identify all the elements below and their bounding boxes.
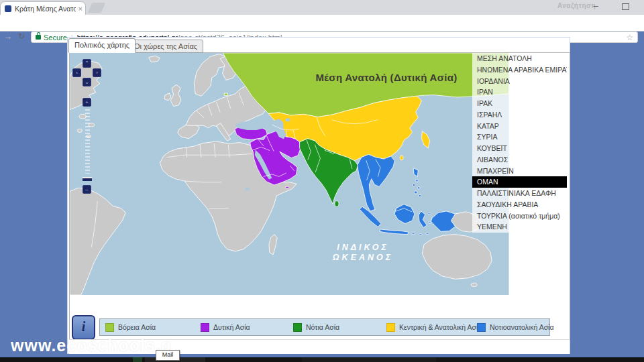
list-item[interactable]: ΜΠΑΧΡΕΪΝ xyxy=(472,166,567,177)
bookmark-star-icon[interactable]: ☆ xyxy=(626,33,633,42)
browser-tab[interactable]: Κράτη Μέσης Ανατολής × xyxy=(0,1,86,15)
tasmania xyxy=(471,283,477,286)
map-legend: Βόρεια Ασία Δυτική Ασία Νότια Ασία Κεντρ… xyxy=(99,318,550,336)
list-item[interactable]: ΗΝΩΜΕΝΑ ΑΡΑΒΙΚΑ ΕΜΙΡΑΤΑ xyxy=(472,64,567,76)
pan-right-button[interactable]: › xyxy=(93,68,101,77)
legend-swatch-west-asia xyxy=(201,323,209,332)
new-tab-button[interactable] xyxy=(88,3,106,13)
sri-lanka[interactable] xyxy=(335,201,339,206)
tab-asia-countries[interactable]: Οι χώρες της Ασίας xyxy=(128,40,203,53)
legend-item: Κεντρική & Ανατολική Ασία xyxy=(386,319,482,335)
lake-victoria xyxy=(245,187,250,190)
window-minimize-button[interactable]: – xyxy=(590,1,601,11)
site-favicon xyxy=(5,5,11,12)
browser-tab-bar: Κράτη Μέσης Ανατολής × Αναζήτηση – xyxy=(0,0,644,15)
tab-close-icon[interactable]: × xyxy=(78,5,83,13)
window-restore-button[interactable] xyxy=(622,3,629,10)
legend-swatch-south-asia xyxy=(293,323,302,332)
pan-left-button[interactable]: ‹ xyxy=(72,68,81,77)
zoom-out-button[interactable]: – xyxy=(83,185,91,194)
reload-icon[interactable]: ↻ xyxy=(18,32,25,41)
screen: Κράτη Μέσης Ανατολής × Αναζήτηση – → ↻ S… xyxy=(0,0,644,362)
indian-ocean-label: ΙΝΔΙΚΟΣ ΩΚΕΑΝΟΣ xyxy=(306,243,420,263)
legend-swatch-southeast-asia xyxy=(477,323,486,332)
legend-item: Νότια Ασία xyxy=(293,319,339,335)
legend-item: Βόρεια Ασία xyxy=(105,319,156,335)
address-bar-row: → ↻ Secure | https://e-geografia.eduport… xyxy=(0,15,644,32)
list-item[interactable]: ΣΥΡΙΑ xyxy=(472,131,567,143)
legend-item: Δυτική Ασία xyxy=(201,319,250,335)
legend-swatch-central-east-asia xyxy=(386,323,395,332)
list-item[interactable]: ΥΕΜΕΝΗ xyxy=(472,221,567,233)
list-item[interactable]: ΚΑΤΑΡ xyxy=(472,121,567,132)
tab-political-map[interactable]: Πολιτικός χάρτης xyxy=(68,38,136,53)
content-card: Οι χώρες της Ασίας Πολιτικός χάρτης xyxy=(67,37,570,354)
kaliningrad[interactable] xyxy=(224,93,227,95)
zoom-in-button[interactable]: + xyxy=(83,98,91,107)
taiwan[interactable] xyxy=(400,156,403,160)
list-item[interactable]: ΙΡΑΚ xyxy=(472,98,567,109)
list-item[interactable]: ΜΕΣΗ ΑΝΑΤΟΛΗ xyxy=(472,53,567,64)
site-watermark: www.ecoschools.g xyxy=(11,336,172,355)
zoom-slider-handle[interactable] xyxy=(83,177,92,181)
pan-up-button[interactable]: ⌃ xyxy=(83,59,91,68)
socotra[interactable] xyxy=(286,186,289,188)
list-item[interactable]: ΙΣΡΑΗΛ xyxy=(472,109,567,121)
legend-item: Νοτιοανατολική Ασία xyxy=(477,319,554,335)
list-item[interactable]: ΣΑΟΥΔΙΚΗ ΑΡΑΒΙΑ xyxy=(472,199,567,210)
browser-tab-title: Κράτη Μέσης Ανατολής xyxy=(15,5,76,13)
map-canvas[interactable]: Μέση Ανατολή (Δυτική Ασία) ΙΝΔΙΚΟΣ ΩΚΕΑΝ… xyxy=(69,52,570,340)
list-item[interactable]: ΠΑΛΑΙΣΤΙΝΙΑΚΑ ΕΔΑΦΗ xyxy=(472,188,567,199)
taskbar-strip xyxy=(0,357,644,362)
zoom-slider-track[interactable] xyxy=(85,109,90,174)
pacific-ocean-label-partial: ΕΙ xyxy=(539,162,549,170)
list-item[interactable]: ΙΡΑΝ xyxy=(472,86,567,98)
list-item-selected[interactable]: ΟΜΑΝ xyxy=(472,176,567,188)
list-item[interactable]: ΤΟΥΡΚΙΑ (ασιατικό τμήμα) xyxy=(472,210,567,222)
aral-sea xyxy=(286,118,290,121)
mail-tooltip: Mail xyxy=(156,350,180,361)
secure-label: Secure xyxy=(44,34,67,42)
list-item[interactable]: ΛΙΒΑΝΟΣ xyxy=(472,154,567,166)
forward-arrow-icon[interactable]: → xyxy=(3,32,12,42)
secure-lock-icon xyxy=(36,35,41,40)
legend-swatch-north-asia xyxy=(105,323,114,332)
taskbar-segment xyxy=(133,357,142,362)
pan-down-button[interactable]: ⌄ xyxy=(83,78,91,86)
country-list: ΜΕΣΗ ΑΝΑΤΟΛΗ ΗΝΩΜΕΝΑ ΑΡΑΒΙΚΑ ΕΜΙΡΑΤΑ ΙΟΡ… xyxy=(472,53,567,233)
list-item[interactable]: ΙΟΡΔΑΝΙΑ xyxy=(472,76,567,87)
taskbar-segment xyxy=(302,357,436,362)
list-item[interactable]: ΚΟΥΒΕΪΤ xyxy=(472,143,567,154)
